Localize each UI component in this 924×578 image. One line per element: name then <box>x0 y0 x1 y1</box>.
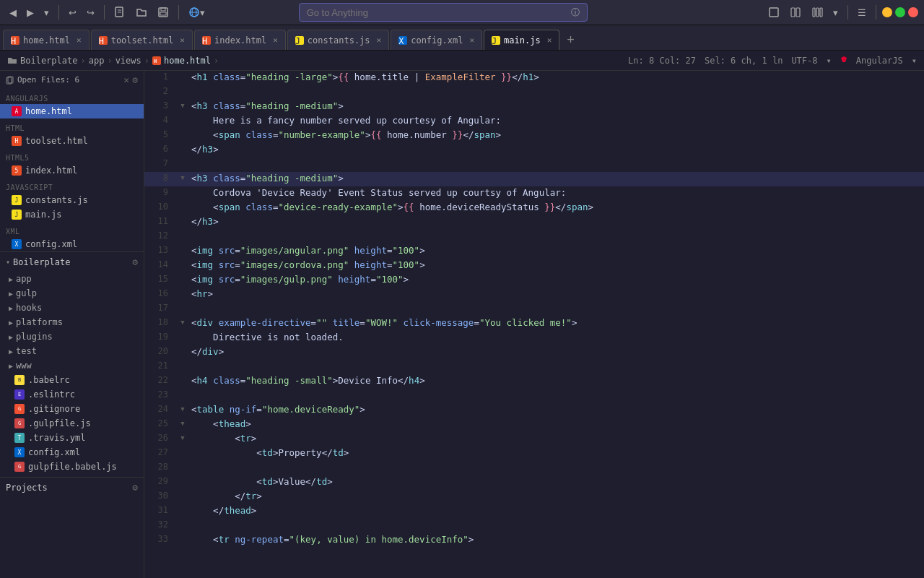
layout-dropdown[interactable]: ▾ <box>829 5 842 20</box>
section-xml: XML <box>0 222 144 237</box>
fold-arrow[interactable] <box>180 405 184 413</box>
sidebar-file-gitignore[interactable]: G .gitignore <box>0 402 144 416</box>
angularjs-icon <box>840 56 847 63</box>
fold-indicator-24[interactable] <box>177 403 188 418</box>
sidebar-folder-app[interactable]: ▶ app <box>0 272 144 286</box>
breadcrumb-homefile[interactable]: home.html <box>164 56 211 66</box>
sidebar-folder-plugins[interactable]: ▶ plugins <box>0 329 144 344</box>
fold-arrow[interactable] <box>180 174 184 181</box>
tab-main[interactable]: J main.js ✕ <box>484 30 559 50</box>
line-number-3: 3 <box>144 100 177 114</box>
files-icon <box>6 76 14 85</box>
fold-indicator-8[interactable] <box>177 172 188 186</box>
tab-close-index[interactable]: ✕ <box>273 35 278 45</box>
fold-arrow[interactable] <box>180 434 184 441</box>
tab-toolset[interactable]: H toolset.html ✕ <box>91 30 193 50</box>
line-number-14: 14 <box>144 259 177 273</box>
breadcrumb-boilerplate[interactable]: Boilerplate <box>20 56 77 66</box>
code-line-31: 31 </thead> <box>144 504 924 519</box>
goto-bar[interactable]: ⓘ <box>299 3 588 22</box>
layout-btn1[interactable] <box>764 4 783 20</box>
close-button[interactable] <box>908 7 918 17</box>
tab-index[interactable]: H index.html ✕ <box>194 30 286 50</box>
sidebar-folder-gulp[interactable]: ▶ gulp <box>0 286 144 301</box>
nav-dropdown-button[interactable]: ▾ <box>40 5 53 20</box>
menu-button[interactable]: ☰ <box>854 5 870 20</box>
breadcrumb-app[interactable]: app <box>89 56 105 66</box>
boilerplate-name[interactable]: ▾ Boilerplate <box>6 257 71 267</box>
tab-add-button[interactable]: + <box>561 30 580 50</box>
file-new-button[interactable] <box>110 4 129 20</box>
encoding-info[interactable]: UTF-8 <box>791 56 817 66</box>
fold-indicator-18[interactable] <box>177 316 188 331</box>
sidebar-folder-platforms[interactable]: ▶ platforms <box>0 315 144 329</box>
tab-close-config[interactable]: ✕ <box>469 35 474 45</box>
sidebar-file-home[interactable]: A home.html <box>0 104 144 118</box>
goto-info-icon: ⓘ <box>571 7 580 19</box>
toolbar: ◀ ▶ ▾ ↩ ↪ ▾ ⓘ ▾ ☰ <box>0 0 924 25</box>
sidebar-file-config2[interactable]: X config.xml <box>0 445 144 460</box>
fold-indicator-22 <box>177 374 188 389</box>
tab-close-home[interactable]: ✕ <box>77 35 82 45</box>
file-open-button[interactable] <box>132 4 151 20</box>
goto-input[interactable] <box>307 7 568 18</box>
tab-close-toolset[interactable]: ✕ <box>180 35 185 45</box>
framework-label[interactable]: AngularJS <box>856 56 903 66</box>
sidebar-file-eslintrc[interactable]: E .eslintrc <box>0 387 144 402</box>
globe-button[interactable]: ▾ <box>185 4 209 20</box>
framework-dropdown[interactable]: ▾ <box>912 56 917 66</box>
sidebar-folder-www[interactable]: ▶ www <box>0 358 144 373</box>
line-number-1: 1 <box>144 71 177 85</box>
tab-close-main[interactable]: ✕ <box>547 35 552 45</box>
fold-arrow[interactable] <box>180 102 184 109</box>
tab-constants[interactable]: J constants.js ✕ <box>287 30 389 50</box>
sidebar-file-gulpbabel[interactable]: G gulpfile.babel.js <box>0 460 144 474</box>
file-icon-index: 5 <box>12 165 22 176</box>
sidebar-close-icon[interactable]: ✕ <box>123 74 129 85</box>
file-label-gitignore: .gitignore <box>28 404 80 414</box>
layout-btn3[interactable] <box>808 4 827 20</box>
minimize-button[interactable] <box>882 7 892 17</box>
nav-back-button[interactable]: ◀ <box>6 5 20 20</box>
tab-home[interactable]: H home.html ✕ <box>3 30 90 50</box>
line-content-22: <h4 class="heading -small">Device Info</… <box>188 374 924 389</box>
sidebar-file-config[interactable]: X config.xml <box>0 237 144 251</box>
sidebar-folder-hooks[interactable]: ▶ hooks <box>0 301 144 315</box>
tab-close-constants[interactable]: ✕ <box>377 35 382 45</box>
sidebar-gear-icon[interactable]: ⚙ <box>132 74 138 85</box>
fold-indicator-23 <box>177 389 188 403</box>
fold-indicator-26[interactable] <box>177 432 188 447</box>
open-files-count: Open Files: 6 <box>6 75 79 85</box>
sidebar-file-gulpfile[interactable]: G .gulpfile.js <box>0 416 144 431</box>
maximize-button[interactable] <box>895 7 905 17</box>
file-label-index: index.html <box>25 165 77 176</box>
code-editor[interactable]: 1 <h1 class="heading -large">{{ home.tit… <box>144 71 924 578</box>
undo-button[interactable]: ↩ <box>65 5 80 20</box>
encoding-dropdown[interactable]: ▾ <box>827 56 832 66</box>
breadcrumb-views[interactable]: views <box>116 56 141 66</box>
line-number-30: 30 <box>144 490 177 504</box>
sidebar-file-babelrc[interactable]: B .babelrc <box>0 373 144 387</box>
tab-config[interactable]: X config.xml ✕ <box>391 30 482 50</box>
boilerplate-gear[interactable]: ⚙ <box>132 256 138 267</box>
sidebar-file-toolset[interactable]: H toolset.html <box>0 134 144 148</box>
layout-btn2[interactable] <box>786 4 805 20</box>
file-label-toolset: toolset.html <box>25 136 88 146</box>
folder-label-test: test <box>16 346 37 356</box>
sidebar-file-main[interactable]: J main.js <box>0 207 144 222</box>
fold-arrow[interactable] <box>180 319 184 326</box>
redo-button[interactable]: ↪ <box>83 5 98 20</box>
fold-indicator-3[interactable] <box>177 100 188 114</box>
separator2 <box>104 5 105 20</box>
sidebar-file-index[interactable]: 5 index.html <box>0 163 144 178</box>
line-number-15: 15 <box>144 273 177 288</box>
fold-arrow[interactable] <box>180 420 184 427</box>
file-save-button[interactable] <box>154 4 173 20</box>
projects-gear[interactable]: ⚙ <box>132 482 138 493</box>
tab-icon-index: H <box>202 36 211 45</box>
sidebar-file-travis[interactable]: T .travis.yml <box>0 431 144 445</box>
sidebar-file-constants[interactable]: J constants.js <box>0 193 144 207</box>
sidebar-folder-test[interactable]: ▶ test <box>0 344 144 358</box>
nav-forward-button[interactable]: ▶ <box>23 5 38 20</box>
fold-indicator-25[interactable] <box>177 418 188 432</box>
